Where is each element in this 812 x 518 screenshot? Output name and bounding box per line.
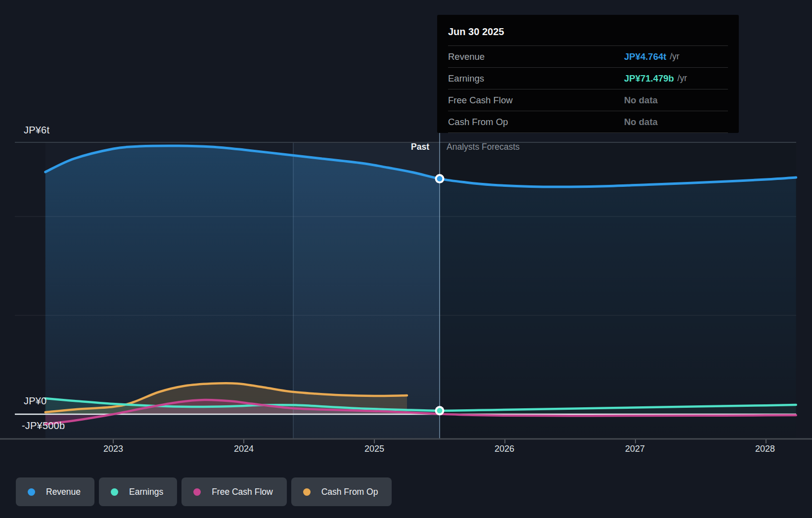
tooltip-value: No data	[624, 95, 658, 106]
legend-label: Cash From Op	[321, 487, 378, 497]
tooltip-value: JP¥71.479b	[624, 73, 674, 84]
x-axis-ticks	[113, 439, 766, 443]
past-region-label: Past	[346, 142, 429, 152]
legend-label: Earnings	[129, 487, 163, 497]
legend-item-cash-from-op[interactable]: Cash From Op	[291, 477, 392, 506]
legend-label: Revenue	[46, 487, 81, 497]
earnings-revenue-chart: JP¥6t JP¥0 -JP¥500b 2023 2024 2025 2026 …	[0, 0, 812, 518]
tooltip-date: Jun 30 2025	[448, 15, 728, 45]
tooltip-value: No data	[624, 117, 658, 128]
tooltip-row-cash-from-op: Cash From Op No data	[448, 111, 728, 133]
tooltip-label: Cash From Op	[448, 117, 624, 128]
x-tick-2028: 2028	[743, 444, 787, 454]
legend-item-revenue[interactable]: Revenue	[16, 477, 94, 506]
free-cash-flow-series-dot-icon	[193, 488, 201, 496]
y-axis-label-neg500b: -JP¥500b	[22, 420, 65, 432]
tooltip-label: Revenue	[448, 51, 624, 62]
earnings-marker-dot[interactable]	[437, 408, 443, 413]
legend-label: Free Cash Flow	[212, 487, 273, 497]
x-tick-2025: 2025	[352, 444, 397, 454]
cash-from-op-series-dot-icon	[303, 488, 311, 496]
x-tick-2023: 2023	[91, 444, 135, 454]
tooltip-label: Free Cash Flow	[448, 95, 624, 106]
tooltip-value-suffix: /yr	[677, 73, 687, 84]
tooltip-row-revenue: Revenue JP¥4.764t /yr	[448, 45, 728, 67]
tooltip-row-earnings: Earnings JP¥71.479b /yr	[448, 67, 728, 89]
y-axis-label-6t: JP¥6t	[24, 125, 49, 136]
y-axis-label-0: JP¥0	[24, 395, 46, 407]
earnings-series-dot-icon	[111, 488, 118, 496]
x-tick-2027: 2027	[613, 444, 657, 454]
legend-item-earnings[interactable]: Earnings	[99, 477, 177, 506]
chart-legend: Revenue Earnings Free Cash Flow Cash Fro…	[16, 477, 392, 506]
legend-item-free-cash-flow[interactable]: Free Cash Flow	[181, 477, 287, 506]
forecast-region-label: Analysts Forecasts	[447, 142, 520, 152]
revenue-series-dot-icon	[28, 488, 35, 496]
hover-tooltip: Jun 30 2025 Revenue JP¥4.764t /yr Earnin…	[437, 15, 739, 133]
tooltip-value-suffix: /yr	[670, 51, 679, 62]
tooltip-value: JP¥4.764t	[624, 51, 666, 62]
revenue-marker-dot[interactable]	[437, 176, 443, 181]
x-tick-2024: 2024	[222, 444, 266, 454]
tooltip-label: Earnings	[448, 73, 624, 84]
x-tick-2026: 2026	[482, 444, 527, 454]
tooltip-row-free-cash-flow: Free Cash Flow No data	[448, 89, 728, 111]
